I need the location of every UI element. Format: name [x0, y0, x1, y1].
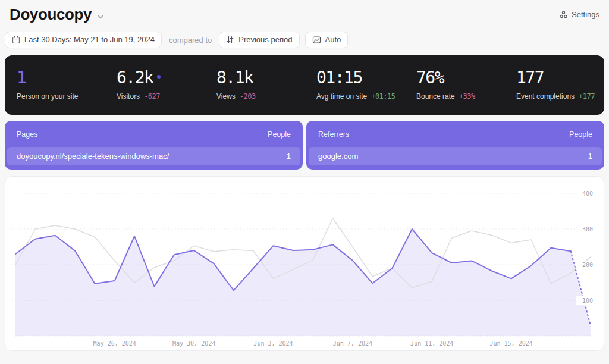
settings-label: Settings [572, 10, 599, 19]
stat-avg-time[interactable]: 01:15 Avg time on site+01:15 [304, 68, 404, 101]
stat-value: 6.2k [117, 68, 153, 88]
x-axis-label: May 30, 2024 [172, 340, 215, 347]
stat-label: Views [216, 92, 236, 101]
stat-delta: +177 [579, 92, 595, 101]
stat-views[interactable]: 8.1k Views-203 [205, 68, 304, 101]
people-header[interactable]: People [268, 130, 291, 139]
stat-value: 177 [516, 68, 544, 88]
y-axis-label: 100 [582, 297, 593, 304]
people-header[interactable]: People [569, 130, 592, 139]
traffic-chart[interactable]: May 26, 2024May 30, 2024Jun 3, 2024Jun 7… [5, 177, 604, 350]
date-range-button[interactable]: Last 30 Days: May 21 to Jun 19, 2024 [5, 32, 162, 48]
x-axis-label: Jun 7, 2024 [333, 340, 372, 347]
live-visitor-dot [157, 75, 161, 79]
top-content-tables: Pages People doyoucopy.nl/speciale-teken… [5, 121, 604, 170]
y-axis-label: 300 [582, 226, 593, 233]
stat-value: 01:15 [316, 68, 362, 88]
stat-label: Visitors [117, 92, 140, 101]
referrer-people-count: 1 [588, 152, 592, 161]
chart-icon [312, 36, 321, 44]
auto-label: Auto [325, 35, 341, 45]
stat-bounce-rate[interactable]: 76% Bounce rate+33% [404, 68, 504, 101]
page-path: doyoucopy.nl/speciale-tekens-windows-mac… [17, 152, 169, 161]
referrer-domain: google.com [318, 152, 358, 161]
y-axis-label: 200 [582, 262, 593, 268]
sliders-icon [226, 36, 234, 44]
stats-bar: 1 Person on your site 6.2k Visitors-627 … [5, 55, 604, 115]
stat-visitors[interactable]: 6.2k Visitors-627 [105, 68, 205, 101]
filter-row: Last 30 Days: May 21 to Jun 19, 2024 com… [0, 24, 609, 48]
stat-label: Event completions [516, 92, 575, 101]
referrer-row[interactable]: google.com 1 [309, 147, 602, 165]
stat-event-completions[interactable]: 177 Event completions+177 [504, 68, 604, 101]
date-range-label: Last 30 Days: May 21 to Jun 19, 2024 [24, 35, 155, 45]
chart-card: May 26, 2024May 30, 2024Jun 3, 2024Jun 7… [5, 176, 604, 351]
chevron-down-icon[interactable] [96, 12, 105, 21]
x-axis-label: Jun 15, 2024 [489, 340, 532, 347]
calendar-icon [12, 36, 20, 44]
y-axis-label: 400 [582, 190, 593, 197]
x-axis-label: May 26, 2024 [93, 340, 136, 347]
referrers-panel: Referrers People google.com 1 [306, 121, 604, 170]
page-people-count: 1 [287, 152, 291, 161]
x-axis-label: Jun 3, 2024 [253, 340, 293, 347]
stat-delta: +33% [459, 92, 475, 101]
stat-delta: +01:15 [371, 92, 395, 101]
settings-link[interactable]: Settings [559, 10, 599, 19]
topbar: Doyoucopy Settings [0, 0, 609, 24]
stat-value: 76% [416, 68, 444, 88]
stat-value: 8.1k [216, 68, 253, 88]
previous-period-button[interactable]: Previous period [219, 32, 299, 48]
stat-label: Person on your site [17, 92, 78, 101]
auto-button[interactable]: Auto [305, 32, 349, 48]
pages-panel: Pages People doyoucopy.nl/speciale-teken… [5, 121, 303, 170]
stat-delta: -627 [144, 92, 160, 101]
compared-to-label: compared to [167, 36, 214, 45]
stat-label: Bounce rate [416, 92, 455, 101]
stat-person-on-site[interactable]: 1 Person on your site [5, 68, 105, 101]
previous-period-label: Previous period [238, 35, 292, 45]
pages-header[interactable]: Pages [17, 130, 37, 139]
stat-label: Avg time on site [316, 92, 367, 101]
site-title[interactable]: Doyoucopy [10, 5, 92, 24]
page-row[interactable]: doyoucopy.nl/speciale-tekens-windows-mac… [7, 147, 300, 165]
referrers-header[interactable]: Referrers [318, 130, 349, 139]
settings-icon [559, 10, 568, 19]
stat-delta: -203 [240, 92, 256, 101]
stat-value: 1 [17, 68, 26, 88]
x-axis-label: Jun 11, 2024 [410, 340, 453, 347]
